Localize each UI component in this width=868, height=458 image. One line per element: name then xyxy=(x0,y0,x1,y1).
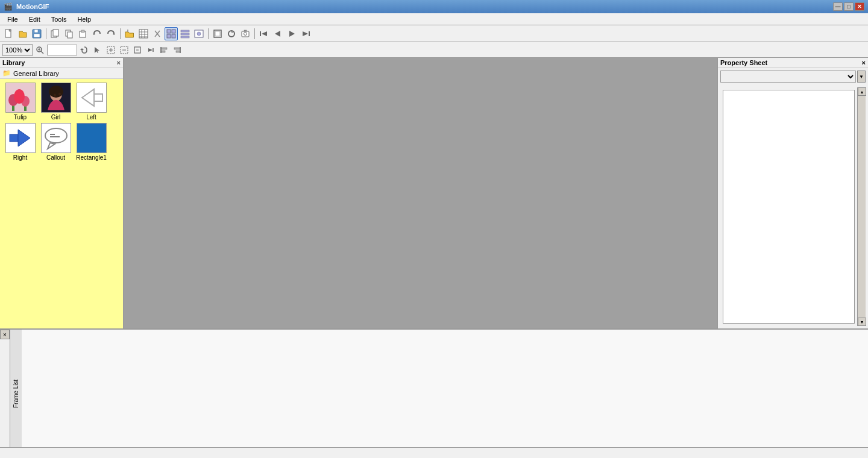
svg-rect-81 xyxy=(10,134,18,142)
svg-rect-7 xyxy=(53,30,58,36)
property-scroll-track xyxy=(858,96,866,318)
svg-rect-11 xyxy=(81,30,84,33)
library-close-button[interactable]: × xyxy=(117,59,121,66)
bottom-area: × Frame List xyxy=(0,328,868,458)
title-controls: — □ ✕ xyxy=(833,2,864,11)
zoom-out-button[interactable] xyxy=(118,44,130,56)
open-button[interactable] xyxy=(16,27,30,40)
library-item-callout[interactable]: Callout xyxy=(39,123,72,161)
svg-rect-63 xyxy=(174,48,180,49)
svg-marker-44 xyxy=(303,31,308,36)
toolbar2: 100% 25% 50% 75% 150% 200% xyxy=(0,42,868,58)
left-thumbnail xyxy=(77,83,107,113)
svg-rect-5 xyxy=(34,34,40,37)
property-header: Property Sheet × xyxy=(718,58,868,68)
view-grid-button[interactable] xyxy=(165,27,178,40)
property-dropdown-arrow[interactable]: ▼ xyxy=(857,71,866,83)
svg-rect-88 xyxy=(77,124,106,152)
property-dropdown-select[interactable] xyxy=(720,71,856,83)
zoom-select[interactable]: 100% 25% 50% 75% 150% 200% xyxy=(2,44,33,56)
right-thumbnail xyxy=(5,123,36,153)
menu-file[interactable]: File xyxy=(2,14,23,24)
svg-marker-58 xyxy=(148,48,153,52)
save-button[interactable] xyxy=(30,27,43,40)
view-list-button[interactable] xyxy=(178,27,192,40)
library-item-rectangle1[interactable]: Rectangle1 xyxy=(75,123,108,161)
loop-button[interactable] xyxy=(225,27,238,40)
rectangle1-label: Rectangle1 xyxy=(76,154,107,161)
svg-point-71 xyxy=(14,89,25,104)
canvas-area[interactable] xyxy=(124,58,717,328)
fit-button[interactable] xyxy=(131,44,143,56)
maximize-button[interactable]: □ xyxy=(844,2,854,11)
svg-rect-9 xyxy=(68,32,72,38)
first-frame-button[interactable] xyxy=(257,27,271,40)
duplicate-button[interactable] xyxy=(63,27,76,40)
library-item-tulip[interactable]: Tulip xyxy=(4,83,37,121)
svg-rect-27 xyxy=(181,30,189,32)
view-preview-button[interactable] xyxy=(192,27,206,40)
property-scrollbar: ▲ ▼ xyxy=(857,87,866,326)
new-button[interactable] xyxy=(2,27,16,40)
paste-button[interactable] xyxy=(77,27,90,40)
title-bar: 🎬 MotionGIF — □ ✕ xyxy=(0,0,868,13)
property-scroll-up[interactable]: ▲ xyxy=(858,87,866,96)
svg-rect-60 xyxy=(161,48,167,49)
svg-rect-4 xyxy=(34,30,38,33)
menu-edit[interactable]: Edit xyxy=(24,14,45,24)
menu-bar: File Edit Tools Help xyxy=(0,13,868,25)
frame-button[interactable] xyxy=(211,27,224,40)
left-label: Left xyxy=(86,114,96,121)
svg-rect-64 xyxy=(176,51,180,52)
value-input[interactable] xyxy=(47,45,77,55)
svg-point-31 xyxy=(197,32,201,36)
svg-rect-26 xyxy=(172,34,175,38)
svg-line-46 xyxy=(41,51,43,54)
select-button[interactable] xyxy=(92,44,104,56)
align-left-button[interactable] xyxy=(158,44,170,56)
library-panel: Library × 📁 General Library xyxy=(0,58,124,328)
library-item-right[interactable]: Right xyxy=(4,123,37,161)
sep1 xyxy=(46,28,46,39)
undo-button[interactable] xyxy=(90,27,104,40)
capture-button[interactable] xyxy=(239,27,252,40)
main-area: Library × 📁 General Library xyxy=(0,58,868,328)
last-frame-button[interactable] xyxy=(299,27,312,40)
property-close-button[interactable]: × xyxy=(862,59,866,66)
toolbar1 xyxy=(0,25,868,42)
table-button[interactable] xyxy=(137,27,150,40)
svg-marker-42 xyxy=(289,31,295,37)
library-item-left[interactable]: Left xyxy=(75,83,108,121)
library-item-girl[interactable]: Girl xyxy=(39,83,72,121)
property-dropdown-row: ▼ xyxy=(720,71,866,83)
zoom-in-button[interactable] xyxy=(34,44,46,56)
move-right-button[interactable] xyxy=(145,44,157,56)
open2-button[interactable] xyxy=(123,27,136,40)
title-bar-left: 🎬 MotionGIF xyxy=(4,2,49,11)
right-label: Right xyxy=(13,154,27,161)
cut-button[interactable] xyxy=(151,27,164,40)
svg-marker-50 xyxy=(95,47,99,53)
bottom-close-button[interactable]: × xyxy=(0,330,10,339)
close-button[interactable]: ✕ xyxy=(855,2,864,11)
property-scroll-down[interactable]: ▼ xyxy=(858,318,866,326)
refresh-button[interactable] xyxy=(78,44,90,56)
redo-button[interactable] xyxy=(104,27,118,40)
svg-marker-49 xyxy=(80,48,84,50)
tulip-thumbnail xyxy=(5,83,36,113)
menu-tools[interactable]: Tools xyxy=(46,14,72,24)
copy-button[interactable] xyxy=(49,27,62,40)
library-content: Tulip Girl xyxy=(0,79,123,328)
zoom-region-button[interactable] xyxy=(105,44,117,56)
svg-rect-28 xyxy=(181,33,189,35)
frame-list-label[interactable]: Frame List xyxy=(10,330,22,458)
svg-rect-24 xyxy=(172,30,175,33)
prev-frame-button[interactable] xyxy=(271,27,285,40)
play-button[interactable] xyxy=(285,27,298,40)
property-text-area xyxy=(723,90,855,324)
app-title: MotionGIF xyxy=(16,3,49,10)
menu-help[interactable]: Help xyxy=(72,14,96,24)
property-panel: Property Sheet × ▼ ▲ ▼ xyxy=(717,58,868,328)
align-right-button[interactable] xyxy=(171,44,183,56)
minimize-button[interactable]: — xyxy=(833,2,843,11)
